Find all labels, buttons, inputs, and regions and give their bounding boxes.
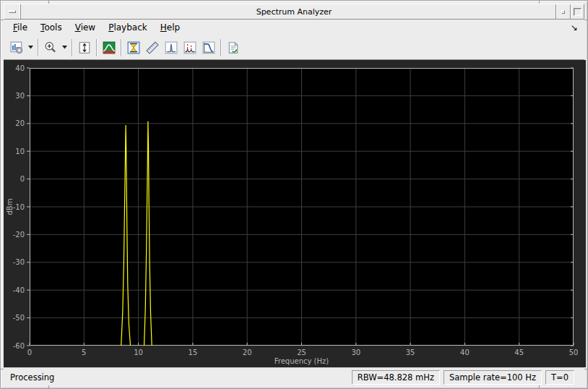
- display-options-icon: [10, 41, 23, 54]
- svg-text:35: 35: [406, 349, 415, 356]
- spectrum-plot[interactable]: 05101520253035404550403020100-10-20-30-4…: [4, 60, 586, 367]
- svg-text:-10: -10: [13, 203, 25, 211]
- status-message: Processing: [10, 372, 54, 382]
- menu-items: FileToolsViewPlaybackHelp: [7, 20, 186, 35]
- title-bar[interactable]: Spectrum Analyzer: [4, 4, 584, 20]
- menu-view[interactable]: View: [69, 20, 102, 35]
- resize-notch[interactable]: [584, 369, 587, 369]
- zoom-in-button[interactable]: [41, 38, 60, 57]
- toolbar-separator: [38, 39, 39, 56]
- svg-text:10: 10: [134, 349, 143, 356]
- menu-help[interactable]: Help: [154, 20, 186, 35]
- minimize-button[interactable]: [555, 4, 569, 19]
- resize-notch[interactable]: [539, 1, 540, 4]
- cursor-measurements-icon: [127, 41, 140, 54]
- svg-text:-60: -60: [13, 342, 25, 350]
- resize-notch[interactable]: [1, 369, 4, 369]
- status-segment-1: Sample rate=100 Hz: [444, 370, 542, 385]
- spectrum-settings-icon: [103, 41, 116, 54]
- maximize-icon: [574, 8, 581, 16]
- svg-text:-50: -50: [13, 314, 25, 322]
- signal-statistics-button[interactable]: [143, 38, 162, 57]
- svg-text:20: 20: [243, 349, 252, 356]
- svg-text:-40: -40: [13, 286, 25, 294]
- status-segment-0: RBW=48.828 mHz: [352, 370, 440, 385]
- resize-notch[interactable]: [48, 1, 49, 4]
- svg-text:20: 20: [15, 119, 25, 127]
- status-segment-2: T=0: [545, 370, 574, 385]
- zoom-in-icon: [44, 41, 57, 54]
- resize-notch[interactable]: [48, 385, 49, 388]
- maximize-button[interactable]: [570, 4, 584, 19]
- svg-text:40: 40: [460, 349, 470, 356]
- peak-finder-button[interactable]: [162, 38, 181, 57]
- toolbar-separator: [121, 39, 122, 56]
- distortion-measurements-icon: [183, 41, 196, 54]
- peak-finder-icon: [165, 41, 178, 54]
- svg-text:45: 45: [514, 349, 524, 356]
- dock-arrow-icon[interactable]: ↘: [568, 22, 580, 33]
- svg-text:10: 10: [15, 148, 25, 155]
- menu-file[interactable]: File: [7, 20, 34, 35]
- svg-text:15: 15: [189, 349, 198, 356]
- chevron-down-icon: [28, 46, 33, 49]
- svg-text:30: 30: [351, 349, 360, 356]
- scale-y-axis-button[interactable]: [75, 38, 94, 57]
- toolbar-separator: [72, 39, 73, 56]
- toolbar-separator: [96, 39, 98, 56]
- svg-text:0: 0: [20, 175, 25, 183]
- signal-statistics-icon: [146, 41, 159, 54]
- ccdf-measurements-icon: [202, 41, 215, 54]
- ccdf-measurements-button[interactable]: [199, 38, 218, 57]
- svg-text:25: 25: [297, 349, 306, 356]
- spectrum-settings-button[interactable]: [100, 38, 118, 57]
- cursor-measurements-button[interactable]: [124, 38, 143, 57]
- scale-y-axis-icon: [78, 41, 91, 54]
- svg-text:Frequency (Hz): Frequency (Hz): [274, 357, 329, 365]
- status-segments: RBW=48.828 mHzSample rate=100 HzT=0: [352, 370, 574, 385]
- svg-text:dBm: dBm: [6, 199, 14, 215]
- toolbar: [4, 35, 584, 60]
- svg-text:5: 5: [82, 349, 86, 356]
- svg-text:30: 30: [15, 92, 25, 100]
- svg-text:-30: -30: [13, 258, 25, 266]
- resize-notch[interactable]: [584, 20, 587, 20]
- svg-text:50: 50: [569, 349, 579, 356]
- resize-notch[interactable]: [1, 20, 4, 20]
- menu-playback[interactable]: Playback: [102, 20, 154, 35]
- status-bar: Processing RBW=48.828 mHzSample rate=100…: [4, 367, 584, 386]
- display-options-button[interactable]: [7, 38, 26, 57]
- window-title: Spectrum Analyzer: [4, 4, 584, 19]
- generate-script-icon: [227, 41, 240, 54]
- plot-panel: 05101520253035404550403020100-10-20-30-4…: [4, 60, 586, 367]
- menu-bar: FileToolsViewPlaybackHelp ↘: [4, 20, 584, 35]
- svg-text:40: 40: [15, 64, 25, 72]
- spectrum-analyzer-window: Spectrum Analyzer FileToolsViewPlaybackH…: [0, 0, 588, 389]
- svg-text:0: 0: [27, 349, 32, 356]
- minimize-icon: [561, 10, 565, 14]
- distortion-measurements-button[interactable]: [181, 38, 199, 57]
- display-options-dropdown[interactable]: [26, 38, 35, 57]
- menu-tools[interactable]: Tools: [34, 20, 69, 35]
- resize-notch[interactable]: [539, 385, 540, 388]
- zoom-dropdown[interactable]: [60, 38, 69, 57]
- chevron-down-icon: [62, 46, 67, 49]
- toolbar-separator: [220, 39, 222, 56]
- svg-text:-20: -20: [13, 231, 25, 239]
- generate-script-button[interactable]: [224, 38, 243, 57]
